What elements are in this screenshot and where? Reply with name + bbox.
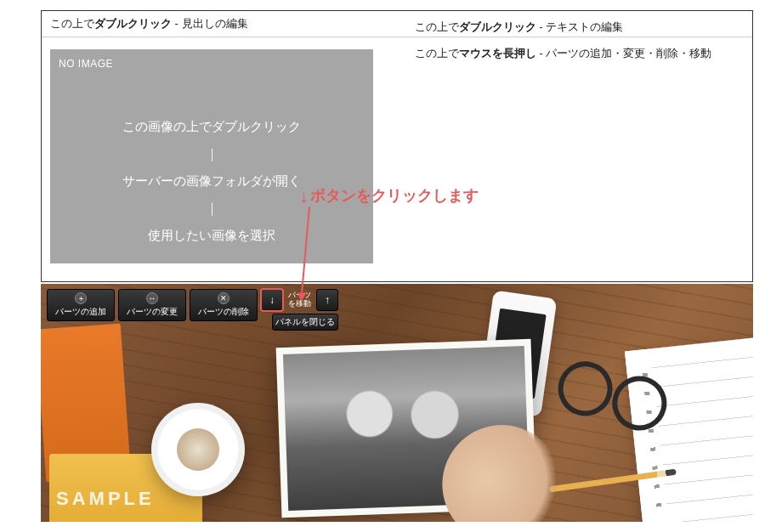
text-edit-hint[interactable]: この上でダブルクリック - テキストの編集 (415, 20, 711, 35)
held-photograph (276, 339, 537, 518)
annotation-callout: ↓ボタンをクリックします (299, 185, 479, 207)
add-part-button[interactable]: ＋ パーツの追加 (47, 289, 115, 321)
annotation-text: ボタンをクリックします (310, 187, 479, 204)
placeholder-line1: この画像の上でダブルクリック (122, 119, 301, 133)
hint-action: ダブルクリック (94, 17, 172, 30)
plus-icon: ＋ (75, 292, 87, 304)
text-hint-prefix: この上で (415, 21, 459, 33)
hold-hint[interactable]: この上でマウスを長押し - パーツの追加・変更・削除・移動 (415, 47, 711, 61)
change-part-label: パーツの変更 (127, 306, 178, 318)
hold-hint-action: マウスを長押し (459, 48, 536, 59)
add-part-label: パーツの追加 (55, 306, 106, 318)
swap-icon: ↔ (146, 292, 158, 304)
sample-watermark: SAMPLE (56, 488, 155, 510)
parts-toolbar: ＋ パーツの追加 ↔ パーツの変更 ✕ パーツの削除 ↓ パーツ を移動 ↑ (47, 289, 338, 334)
change-part-button[interactable]: ↔ パーツの変更 (118, 289, 186, 321)
hold-hint-prefix: この上で (415, 48, 459, 59)
close-panel-label: パネルを閉じる (275, 316, 335, 328)
move-up-button[interactable]: ↑ (316, 289, 338, 311)
no-image-label: NO IMAGE (59, 58, 365, 70)
image-placeholder[interactable]: NO IMAGE この画像の上でダブルクリック ｜ サーバーの画像フォルダが開く… (50, 49, 373, 263)
move-down-button[interactable]: ↓ (261, 289, 283, 311)
placeholder-bar1: ｜ (59, 141, 365, 167)
down-arrow-icon: ↓ (299, 185, 309, 207)
close-panel-button[interactable]: パネルを閉じる (272, 314, 338, 331)
arrow-up-icon: ↑ (325, 294, 330, 306)
delete-part-button[interactable]: ✕ パーツの削除 (190, 289, 258, 321)
right-hints: この上でダブルクリック - テキストの編集 この上でマウスを長押し - パーツの… (415, 20, 711, 73)
placeholder-line3: 使用したい画像を選択 (148, 228, 275, 242)
hold-hint-suffix: - パーツの追加・変更・削除・移動 (536, 48, 711, 59)
text-hint-suffix: - テキストの編集 (536, 21, 623, 33)
placeholder-line2: サーバーの画像フォルダが開く (122, 173, 301, 188)
hint-prefix: この上で (50, 17, 94, 30)
text-hint-action: ダブルクリック (459, 21, 536, 33)
arrow-down-icon: ↓ (269, 294, 275, 306)
coffee-cup (151, 403, 245, 496)
delete-part-label: パーツの削除 (198, 306, 249, 318)
x-icon: ✕ (218, 292, 230, 304)
hint-suffix: - 見出しの編集 (172, 17, 248, 30)
placeholder-instructions: この画像の上でダブルクリック ｜ サーバーの画像フォルダが開く ｜ 使用したい画… (59, 114, 365, 248)
